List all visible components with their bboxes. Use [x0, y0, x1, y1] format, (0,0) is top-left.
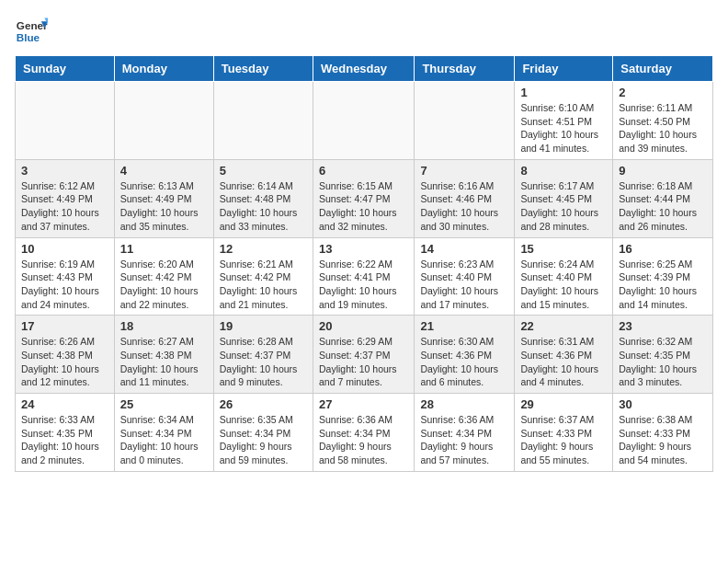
- calendar-cell: 7Sunrise: 6:16 AM Sunset: 4:46 PM Daylig…: [415, 159, 515, 237]
- calendar-week-row: 24Sunrise: 6:33 AM Sunset: 4:35 PM Dayli…: [16, 394, 713, 472]
- day-info: Sunrise: 6:13 AM Sunset: 4:49 PM Dayligh…: [120, 179, 208, 234]
- day-of-week-header: Wednesday: [313, 56, 414, 82]
- calendar-cell: 26Sunrise: 6:35 AM Sunset: 4:34 PM Dayli…: [213, 394, 313, 472]
- day-info: Sunrise: 6:17 AM Sunset: 4:45 PM Dayligh…: [520, 179, 607, 234]
- day-number: 19: [220, 319, 307, 333]
- calendar-cell: 21Sunrise: 6:30 AM Sunset: 4:36 PM Dayli…: [415, 316, 515, 394]
- day-of-week-header: Monday: [114, 56, 213, 82]
- day-number: 30: [619, 397, 707, 411]
- day-info: Sunrise: 6:24 AM Sunset: 4:40 PM Dayligh…: [520, 258, 607, 312]
- day-number: 26: [220, 397, 307, 411]
- day-info: Sunrise: 6:19 AM Sunset: 4:43 PM Dayligh…: [21, 258, 108, 312]
- calendar-cell: 8Sunrise: 6:17 AM Sunset: 4:45 PM Daylig…: [515, 159, 613, 237]
- day-number: 13: [319, 242, 408, 256]
- calendar-cell: 20Sunrise: 6:29 AM Sunset: 4:37 PM Dayli…: [313, 316, 414, 394]
- day-number: 1: [520, 86, 607, 99]
- logo-icon: General Blue: [15, 15, 48, 48]
- day-info: Sunrise: 6:36 AM Sunset: 4:34 PM Dayligh…: [420, 413, 508, 467]
- calendar-cell: 3Sunrise: 6:12 AM Sunset: 4:49 PM Daylig…: [16, 159, 115, 237]
- calendar-cell: 12Sunrise: 6:21 AM Sunset: 4:42 PM Dayli…: [213, 237, 313, 316]
- calendar-cell: 27Sunrise: 6:36 AM Sunset: 4:34 PM Dayli…: [313, 394, 414, 472]
- day-info: Sunrise: 6:18 AM Sunset: 4:44 PM Dayligh…: [619, 179, 707, 234]
- day-info: Sunrise: 6:22 AM Sunset: 4:41 PM Dayligh…: [319, 258, 408, 312]
- day-number: 16: [619, 242, 707, 256]
- day-number: 23: [619, 319, 707, 333]
- day-number: 27: [319, 397, 408, 411]
- calendar-cell: 19Sunrise: 6:28 AM Sunset: 4:37 PM Dayli…: [213, 316, 313, 394]
- day-info: Sunrise: 6:35 AM Sunset: 4:34 PM Dayligh…: [220, 413, 307, 467]
- page-header: General Blue: [15, 15, 713, 48]
- calendar-table: SundayMondayTuesdayWednesdayThursdayFrid…: [15, 55, 713, 472]
- calendar-cell: 6Sunrise: 6:15 AM Sunset: 4:47 PM Daylig…: [313, 159, 414, 237]
- day-number: 21: [420, 319, 508, 333]
- day-number: 25: [120, 397, 208, 411]
- calendar-cell: 25Sunrise: 6:34 AM Sunset: 4:34 PM Dayli…: [114, 394, 213, 472]
- day-number: 22: [520, 319, 607, 333]
- day-of-week-header: Saturday: [613, 56, 713, 82]
- calendar-cell: 30Sunrise: 6:38 AM Sunset: 4:33 PM Dayli…: [613, 394, 713, 472]
- day-number: 2: [619, 86, 707, 99]
- day-info: Sunrise: 6:15 AM Sunset: 4:47 PM Dayligh…: [319, 179, 408, 234]
- day-number: 10: [21, 242, 108, 256]
- calendar-cell: 5Sunrise: 6:14 AM Sunset: 4:48 PM Daylig…: [213, 159, 313, 237]
- calendar-header-row: SundayMondayTuesdayWednesdayThursdayFrid…: [16, 56, 713, 82]
- day-number: 24: [21, 397, 108, 411]
- day-number: 3: [21, 164, 108, 178]
- day-number: 6: [319, 164, 408, 178]
- day-number: 18: [120, 319, 208, 333]
- day-number: 9: [619, 164, 707, 178]
- day-number: 5: [220, 164, 307, 178]
- calendar-cell: [114, 82, 213, 160]
- day-info: Sunrise: 6:16 AM Sunset: 4:46 PM Dayligh…: [420, 179, 508, 234]
- calendar-cell: 29Sunrise: 6:37 AM Sunset: 4:33 PM Dayli…: [515, 394, 613, 472]
- day-info: Sunrise: 6:30 AM Sunset: 4:36 PM Dayligh…: [420, 335, 508, 389]
- day-info: Sunrise: 6:23 AM Sunset: 4:40 PM Dayligh…: [420, 258, 508, 312]
- day-info: Sunrise: 6:21 AM Sunset: 4:42 PM Dayligh…: [220, 258, 307, 312]
- calendar-cell: [213, 82, 313, 160]
- day-number: 28: [420, 397, 508, 411]
- day-info: Sunrise: 6:34 AM Sunset: 4:34 PM Dayligh…: [120, 413, 208, 467]
- calendar-cell: 2Sunrise: 6:11 AM Sunset: 4:50 PM Daylig…: [613, 82, 713, 160]
- day-info: Sunrise: 6:14 AM Sunset: 4:48 PM Dayligh…: [220, 179, 307, 234]
- day-info: Sunrise: 6:20 AM Sunset: 4:42 PM Dayligh…: [120, 258, 208, 312]
- day-of-week-header: Friday: [515, 56, 613, 82]
- calendar-cell: 4Sunrise: 6:13 AM Sunset: 4:49 PM Daylig…: [114, 159, 213, 237]
- calendar-cell: 15Sunrise: 6:24 AM Sunset: 4:40 PM Dayli…: [515, 237, 613, 316]
- day-number: 17: [21, 319, 108, 333]
- day-info: Sunrise: 6:27 AM Sunset: 4:38 PM Dayligh…: [120, 335, 208, 389]
- day-info: Sunrise: 6:25 AM Sunset: 4:39 PM Dayligh…: [619, 258, 707, 312]
- day-info: Sunrise: 6:36 AM Sunset: 4:34 PM Dayligh…: [319, 413, 408, 467]
- svg-text:General: General: [17, 19, 48, 31]
- calendar-cell: 17Sunrise: 6:26 AM Sunset: 4:38 PM Dayli…: [16, 316, 115, 394]
- logo: General Blue: [15, 15, 48, 48]
- day-info: Sunrise: 6:32 AM Sunset: 4:35 PM Dayligh…: [619, 335, 707, 389]
- calendar-cell: 18Sunrise: 6:27 AM Sunset: 4:38 PM Dayli…: [114, 316, 213, 394]
- day-info: Sunrise: 6:26 AM Sunset: 4:38 PM Dayligh…: [21, 335, 108, 389]
- day-number: 11: [120, 242, 208, 256]
- calendar-cell: 14Sunrise: 6:23 AM Sunset: 4:40 PM Dayli…: [415, 237, 515, 316]
- calendar-cell: 28Sunrise: 6:36 AM Sunset: 4:34 PM Dayli…: [415, 394, 515, 472]
- calendar-week-row: 10Sunrise: 6:19 AM Sunset: 4:43 PM Dayli…: [16, 237, 713, 316]
- calendar-cell: [313, 82, 414, 160]
- day-number: 29: [520, 397, 607, 411]
- calendar-cell: 9Sunrise: 6:18 AM Sunset: 4:44 PM Daylig…: [613, 159, 713, 237]
- day-info: Sunrise: 6:28 AM Sunset: 4:37 PM Dayligh…: [220, 335, 307, 389]
- calendar-cell: 24Sunrise: 6:33 AM Sunset: 4:35 PM Dayli…: [16, 394, 115, 472]
- day-number: 12: [220, 242, 307, 256]
- day-info: Sunrise: 6:31 AM Sunset: 4:36 PM Dayligh…: [520, 335, 607, 389]
- day-of-week-header: Thursday: [415, 56, 515, 82]
- day-number: 20: [319, 319, 408, 333]
- calendar-cell: 22Sunrise: 6:31 AM Sunset: 4:36 PM Dayli…: [515, 316, 613, 394]
- day-info: Sunrise: 6:33 AM Sunset: 4:35 PM Dayligh…: [21, 413, 108, 467]
- calendar-week-row: 3Sunrise: 6:12 AM Sunset: 4:49 PM Daylig…: [16, 159, 713, 237]
- calendar-cell: 23Sunrise: 6:32 AM Sunset: 4:35 PM Dayli…: [613, 316, 713, 394]
- day-info: Sunrise: 6:10 AM Sunset: 4:51 PM Dayligh…: [520, 101, 607, 155]
- calendar-week-row: 17Sunrise: 6:26 AM Sunset: 4:38 PM Dayli…: [16, 316, 713, 394]
- calendar-cell: 13Sunrise: 6:22 AM Sunset: 4:41 PM Dayli…: [313, 237, 414, 316]
- day-number: 8: [520, 164, 607, 178]
- day-info: Sunrise: 6:37 AM Sunset: 4:33 PM Dayligh…: [520, 413, 607, 467]
- calendar-cell: [415, 82, 515, 160]
- day-info: Sunrise: 6:29 AM Sunset: 4:37 PM Dayligh…: [319, 335, 408, 389]
- day-info: Sunrise: 6:12 AM Sunset: 4:49 PM Dayligh…: [21, 179, 108, 234]
- day-number: 7: [420, 164, 508, 178]
